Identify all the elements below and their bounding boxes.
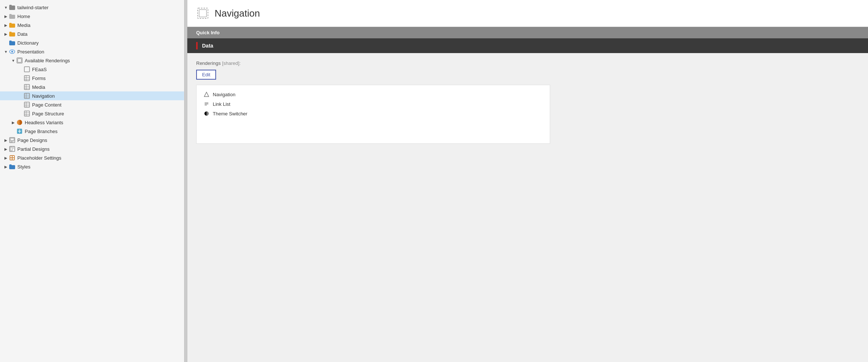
svg-rect-38	[10, 156, 12, 157]
page-structure-label: Page Structure	[32, 111, 64, 116]
data-icon	[9, 31, 15, 37]
page-designs-icon	[9, 137, 15, 143]
media-arrow	[3, 22, 9, 28]
partial-designs-icon	[9, 146, 15, 152]
rendering-label-link-list: Link List	[213, 101, 230, 107]
tree-item-dictionary[interactable]: Dictionary	[0, 38, 184, 47]
svg-rect-17	[24, 102, 29, 107]
rendering-item-link-list: Link List	[203, 99, 543, 109]
dictionary-icon	[9, 39, 15, 46]
data-bar: Data	[187, 38, 868, 53]
tree-item-placeholder-settings[interactable]: Placeholder Settings	[0, 153, 184, 162]
styles-arrow	[3, 164, 9, 170]
feaas-label: FEaaS	[32, 67, 47, 72]
media2-label: Media	[32, 84, 45, 90]
page-designs-label: Page Designs	[17, 138, 47, 143]
renderings-shared: [shared]:	[222, 60, 241, 66]
media2-icon	[24, 84, 30, 90]
partial-designs-arrow	[3, 146, 9, 152]
circle-half-icon	[203, 110, 210, 117]
rendering-item-navigation: Navigation	[203, 90, 543, 99]
edit-button[interactable]: Edit	[196, 70, 216, 80]
navigation-label: Navigation	[32, 93, 55, 99]
feaas-icon	[24, 66, 30, 73]
rendering-label-navigation: Navigation	[213, 92, 235, 97]
quick-info-bar: Quick Info	[187, 27, 868, 38]
tree-item-styles[interactable]: Styles	[0, 162, 184, 171]
page-content-label: Page Content	[32, 102, 62, 108]
renderings-box: Navigation Link List	[196, 85, 550, 144]
data-arrow	[3, 31, 9, 37]
tree-item-forms[interactable]: Forms	[0, 74, 184, 83]
partial-designs-label: Partial Designs	[17, 146, 49, 152]
forms-label: Forms	[32, 76, 46, 81]
tree-root[interactable]: tailwind-starter	[0, 3, 184, 12]
svg-rect-41	[13, 158, 14, 160]
page-branches-label: Page Branches	[25, 129, 58, 134]
left-tree-panel: tailwind-starter HomeMediaDataDictionary…	[0, 0, 184, 362]
right-panel: Navigation Quick Info Data Renderings [s…	[187, 0, 868, 362]
navigation-icon	[24, 93, 30, 99]
page-title: Navigation	[215, 8, 260, 19]
triangle-icon	[203, 91, 210, 98]
tree-item-media[interactable]: Media	[0, 21, 184, 29]
panel-divider	[184, 0, 187, 362]
svg-rect-4	[24, 67, 29, 72]
available-renderings-arrow	[10, 58, 16, 63]
tree-item-page-content[interactable]: Page Content	[0, 100, 184, 109]
tree-item-page-structure[interactable]: Page Structure	[0, 109, 184, 118]
dictionary-label: Dictionary	[17, 40, 39, 46]
media-icon	[9, 22, 15, 28]
tree-item-presentation[interactable]: Presentation	[0, 47, 184, 56]
lines-icon	[203, 101, 210, 107]
presentation-icon	[9, 48, 15, 55]
root-arrow	[3, 4, 9, 10]
header-icon	[196, 7, 209, 20]
tree-item-media2[interactable]: Media	[0, 83, 184, 91]
styles-icon	[9, 163, 15, 170]
renderings-text: Renderings	[196, 60, 221, 66]
styles-label: Styles	[17, 164, 30, 170]
forms-icon	[24, 75, 30, 81]
page-branches-icon	[16, 128, 23, 135]
svg-rect-21	[24, 111, 29, 116]
svg-rect-43	[199, 10, 206, 17]
headless-variants-arrow	[10, 119, 16, 125]
svg-point-1	[11, 51, 13, 53]
content-area: Renderings [shared]: Edit Navigation	[187, 53, 868, 201]
tree-item-available-renderings[interactable]: Available Renderings	[0, 56, 184, 65]
home-icon	[9, 13, 15, 20]
presentation-arrow	[3, 49, 9, 55]
svg-rect-13	[24, 93, 29, 98]
rendering-item-theme-switcher: Theme Switcher	[203, 109, 543, 118]
tree-item-partial-designs[interactable]: Partial Designs	[0, 145, 184, 153]
tree-item-page-designs[interactable]: Page Designs	[0, 136, 184, 145]
page-header: Navigation	[187, 0, 868, 27]
svg-rect-30	[10, 138, 14, 140]
page-designs-arrow	[3, 137, 9, 143]
home-label: Home	[17, 14, 30, 19]
svg-rect-40	[10, 158, 12, 160]
headless-variants-label: Headless Variants	[25, 120, 63, 125]
renderings-label: Renderings [shared]:	[196, 60, 859, 66]
presentation-label: Presentation	[17, 49, 44, 55]
page-structure-icon	[24, 110, 30, 117]
svg-rect-39	[13, 156, 14, 157]
svg-rect-3	[18, 59, 21, 62]
tree-item-navigation[interactable]: Navigation	[0, 91, 184, 100]
data-label: Data	[202, 43, 213, 49]
tree-item-home[interactable]: Home	[0, 12, 184, 21]
tree-item-headless-variants[interactable]: Headless Variants	[0, 118, 184, 127]
svg-rect-5	[24, 76, 29, 81]
svg-rect-34	[10, 147, 12, 151]
tree-item-feaas[interactable]: FEaaS	[0, 65, 184, 74]
tree-item-page-branches[interactable]: Page Branches	[0, 127, 184, 136]
svg-marker-44	[204, 92, 209, 97]
placeholder-settings-arrow	[3, 155, 9, 161]
root-label: tailwind-starter	[17, 5, 49, 10]
home-arrow	[3, 13, 9, 19]
tree-item-data[interactable]: Data	[0, 29, 184, 38]
placeholder-settings-label: Placeholder Settings	[17, 155, 61, 161]
quick-info-label: Quick Info	[196, 30, 220, 35]
data-label: Data	[17, 31, 27, 37]
